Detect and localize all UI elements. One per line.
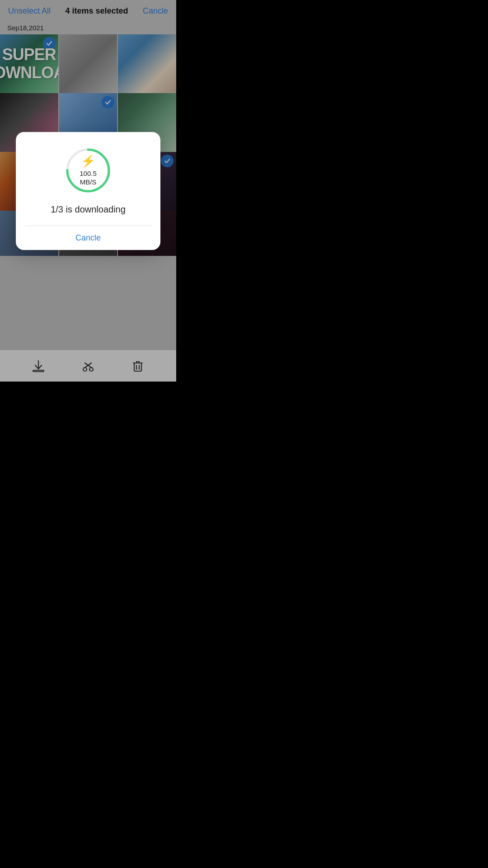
modal-overlay: ⚡ 100.5 MB/S 1/3 is downloading Cancle [0,0,176,382]
speed-text: 100.5 MB/S [80,169,97,187]
download-status: 1/3 is downloading [51,204,126,215]
modal-cancel-button[interactable]: Cancle [25,226,151,250]
lightning-icon: ⚡ [81,154,95,168]
progress-ring-container: ⚡ 100.5 MB/S [63,146,113,195]
progress-ring-inner: ⚡ 100.5 MB/S [80,154,97,187]
download-modal: ⚡ 100.5 MB/S 1/3 is downloading Cancle [16,132,160,250]
